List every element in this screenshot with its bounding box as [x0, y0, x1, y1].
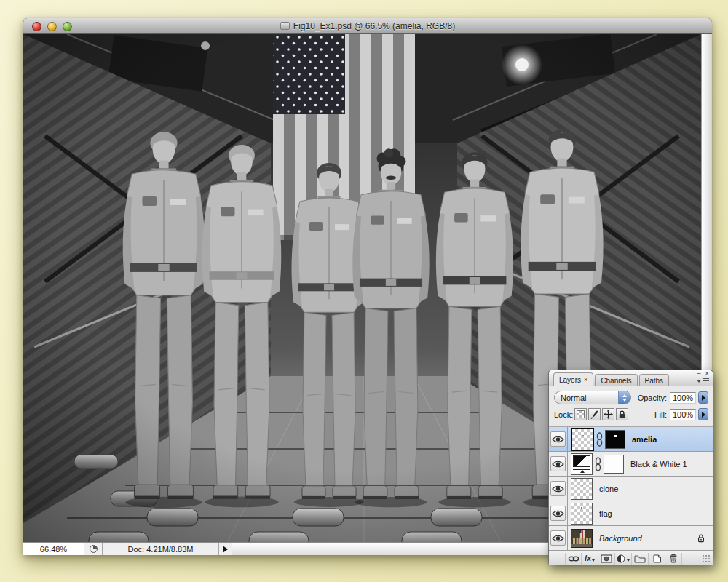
layer-row-clone[interactable]: clone	[549, 477, 713, 501]
layer-row-amelia[interactable]: amelia	[549, 427, 713, 452]
menu-lines-icon	[703, 378, 709, 383]
link-mask-icon	[595, 457, 601, 471]
layer-mask-thumbnail[interactable]	[605, 430, 625, 449]
eye-icon	[552, 435, 564, 444]
layer-thumbnail[interactable]	[571, 478, 593, 500]
new-layer-icon	[652, 554, 662, 563]
layer-thumbnail[interactable]	[571, 428, 594, 451]
mini-photo-icon	[571, 530, 592, 547]
fill-slider-button[interactable]	[698, 408, 708, 420]
palette-tab-bar: Layers × Channels Paths − ×	[549, 370, 713, 386]
black-white-icon	[573, 455, 590, 467]
delete-layer-button[interactable]	[665, 553, 682, 565]
triangle-down-icon	[592, 559, 595, 562]
lock-position-button[interactable]	[602, 408, 614, 420]
lock-pixels-button[interactable]	[588, 408, 601, 420]
palette-menu-icon[interactable]	[697, 378, 709, 383]
layer-mask-thumbnail[interactable]	[604, 455, 624, 474]
palette-minimize-icon[interactable]: −	[697, 370, 701, 378]
layer-row-black-white[interactable]: Black & White 1	[549, 452, 713, 477]
eye-icon	[552, 460, 564, 469]
stepper-icon	[618, 391, 630, 404]
add-layer-mask-button[interactable]	[598, 553, 615, 565]
layer-thumbnail[interactable]	[571, 503, 593, 525]
new-layer-button[interactable]	[649, 553, 665, 565]
padlock-icon	[617, 410, 627, 419]
tab-layers-label: Layers	[559, 376, 581, 384]
visibility-toggle[interactable]	[549, 427, 568, 451]
transparency-icon	[577, 410, 585, 418]
visibility-toggle[interactable]	[549, 477, 568, 501]
tab-paths-label: Paths	[645, 377, 664, 385]
chain-link-icon	[568, 555, 579, 562]
opacity-slider-button[interactable]	[698, 391, 708, 404]
layer-style-button[interactable]: fx	[582, 553, 598, 565]
status-menu-button[interactable]	[219, 543, 232, 555]
palette-close-icon[interactable]: ×	[705, 370, 709, 378]
zoom-level-field[interactable]: 66.48%	[23, 543, 84, 555]
visibility-toggle[interactable]	[549, 501, 568, 525]
layer-controls: Normal Opacity: 100% Lock:	[549, 386, 713, 427]
layer-list: amelia Black & White 1	[549, 427, 713, 551]
fill-label: Fill:	[654, 410, 667, 419]
new-adjustment-layer-button[interactable]	[615, 553, 632, 565]
blend-mode-select[interactable]: Normal	[554, 391, 631, 404]
background-thumbnail[interactable]	[571, 529, 593, 548]
triangle-down-icon	[627, 559, 630, 562]
title-area: Fig10_Ex1.psd @ 66.5% (amelia, RGB/8)	[23, 18, 712, 33]
desktop-background: { "colors": { "desktop_background": "#f1…	[0, 0, 728, 582]
link-layers-button[interactable]	[565, 553, 582, 565]
layer-name[interactable]: amelia	[632, 435, 657, 444]
layer-name[interactable]: clone	[599, 485, 618, 493]
tab-close-icon[interactable]: ×	[584, 376, 587, 383]
blend-mode-value: Normal	[555, 394, 618, 402]
tab-channels-label: Channels	[601, 377, 631, 385]
right-triangle-icon	[223, 546, 228, 553]
layer-row-flag[interactable]: flag	[549, 501, 713, 526]
visibility-toggle[interactable]	[549, 452, 568, 476]
version-cue-button[interactable]	[84, 543, 103, 555]
eye-icon	[552, 485, 564, 493]
layer-row-background[interactable]: Background	[549, 526, 713, 551]
fx-label: fx	[585, 554, 591, 562]
tab-channels[interactable]: Channels	[595, 374, 637, 386]
layer-name[interactable]: flag	[599, 509, 612, 518]
document-proxy-icon	[280, 22, 290, 30]
lock-label: Lock:	[554, 410, 573, 419]
trash-icon	[669, 554, 678, 563]
adjustment-layer-thumbnail[interactable]	[571, 453, 593, 475]
folder-icon	[634, 554, 646, 563]
tab-layers[interactable]: Layers ×	[553, 372, 593, 386]
eye-icon	[552, 534, 564, 543]
lock-all-button[interactable]	[616, 408, 628, 420]
new-group-button[interactable]	[632, 553, 649, 565]
palette-window-controls: − ×	[697, 370, 709, 378]
eye-icon	[552, 509, 564, 518]
layer-name[interactable]: Background	[599, 534, 642, 543]
layers-palette: Layers × Channels Paths − × Normal Opaci…	[548, 370, 713, 565]
layer-locked-badge	[697, 533, 705, 543]
layer-mask-icon	[601, 554, 612, 563]
tab-paths[interactable]: Paths	[639, 374, 670, 386]
layer-name[interactable]: Black & White 1	[630, 460, 687, 469]
padlock-icon	[697, 533, 705, 543]
doc-size-info[interactable]: Doc: 4.21M/8.83M	[103, 543, 219, 555]
adjustment-layer-icon	[617, 554, 626, 563]
window-titlebar[interactable]: Fig10_Ex1.psd @ 66.5% (amelia, RGB/8)	[23, 18, 712, 34]
version-cue-icon	[90, 545, 98, 553]
move-icon	[604, 410, 613, 419]
visibility-toggle[interactable]	[549, 526, 568, 550]
opacity-input[interactable]: 100%	[670, 392, 696, 404]
link-mask-icon	[596, 432, 603, 447]
palette-footer: fx	[549, 551, 713, 565]
brush-icon	[590, 410, 599, 419]
palette-resize-grip[interactable]	[702, 554, 711, 564]
window-title: Fig10_Ex1.psd @ 66.5% (amelia, RGB/8)	[293, 21, 455, 31]
slider-icon	[573, 469, 590, 472]
triangle-down-icon	[697, 380, 701, 383]
lock-transparency-button[interactable]	[574, 408, 587, 420]
opacity-label: Opacity:	[638, 394, 667, 402]
fill-input[interactable]: 100%	[670, 409, 696, 420]
